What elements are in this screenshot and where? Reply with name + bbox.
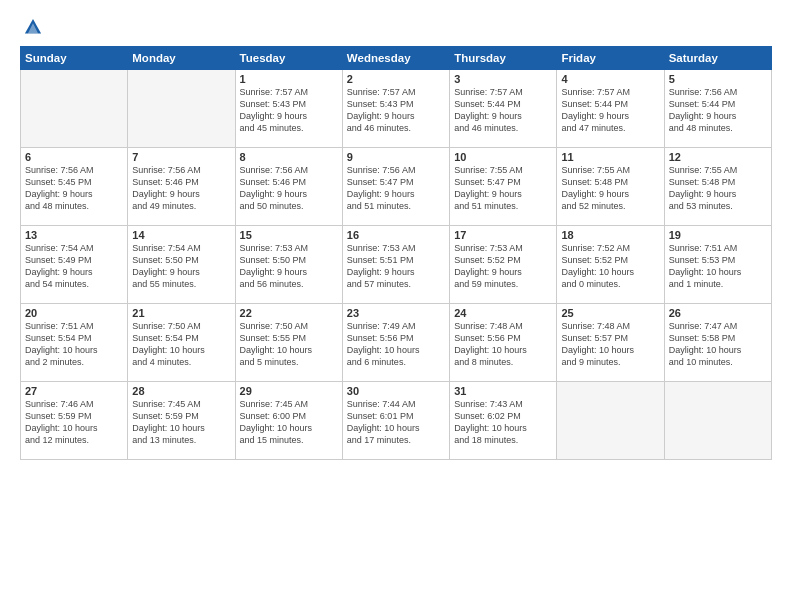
calendar-cell: 22Sunrise: 7:50 AM Sunset: 5:55 PM Dayli… — [235, 304, 342, 382]
header — [20, 16, 772, 38]
day-info: Sunrise: 7:47 AM Sunset: 5:58 PM Dayligh… — [669, 320, 767, 369]
calendar-week-row: 13Sunrise: 7:54 AM Sunset: 5:49 PM Dayli… — [21, 226, 772, 304]
day-info: Sunrise: 7:55 AM Sunset: 5:47 PM Dayligh… — [454, 164, 552, 213]
day-info: Sunrise: 7:55 AM Sunset: 5:48 PM Dayligh… — [669, 164, 767, 213]
day-info: Sunrise: 7:53 AM Sunset: 5:52 PM Dayligh… — [454, 242, 552, 291]
calendar-cell: 10Sunrise: 7:55 AM Sunset: 5:47 PM Dayli… — [450, 148, 557, 226]
day-info: Sunrise: 7:56 AM Sunset: 5:45 PM Dayligh… — [25, 164, 123, 213]
day-number: 19 — [669, 229, 767, 241]
day-info: Sunrise: 7:55 AM Sunset: 5:48 PM Dayligh… — [561, 164, 659, 213]
calendar-cell: 29Sunrise: 7:45 AM Sunset: 6:00 PM Dayli… — [235, 382, 342, 460]
calendar-cell: 23Sunrise: 7:49 AM Sunset: 5:56 PM Dayli… — [342, 304, 449, 382]
calendar-cell: 11Sunrise: 7:55 AM Sunset: 5:48 PM Dayli… — [557, 148, 664, 226]
day-number: 25 — [561, 307, 659, 319]
calendar-cell: 7Sunrise: 7:56 AM Sunset: 5:46 PM Daylig… — [128, 148, 235, 226]
calendar-cell: 28Sunrise: 7:45 AM Sunset: 5:59 PM Dayli… — [128, 382, 235, 460]
day-info: Sunrise: 7:46 AM Sunset: 5:59 PM Dayligh… — [25, 398, 123, 447]
day-number: 27 — [25, 385, 123, 397]
day-header-thursday: Thursday — [450, 47, 557, 70]
day-info: Sunrise: 7:57 AM Sunset: 5:44 PM Dayligh… — [561, 86, 659, 135]
day-info: Sunrise: 7:57 AM Sunset: 5:44 PM Dayligh… — [454, 86, 552, 135]
calendar-cell: 16Sunrise: 7:53 AM Sunset: 5:51 PM Dayli… — [342, 226, 449, 304]
day-header-wednesday: Wednesday — [342, 47, 449, 70]
calendar-cell: 6Sunrise: 7:56 AM Sunset: 5:45 PM Daylig… — [21, 148, 128, 226]
day-number: 31 — [454, 385, 552, 397]
calendar-cell: 17Sunrise: 7:53 AM Sunset: 5:52 PM Dayli… — [450, 226, 557, 304]
day-info: Sunrise: 7:56 AM Sunset: 5:47 PM Dayligh… — [347, 164, 445, 213]
day-header-friday: Friday — [557, 47, 664, 70]
day-info: Sunrise: 7:57 AM Sunset: 5:43 PM Dayligh… — [240, 86, 338, 135]
day-number: 1 — [240, 73, 338, 85]
day-info: Sunrise: 7:51 AM Sunset: 5:54 PM Dayligh… — [25, 320, 123, 369]
day-number: 6 — [25, 151, 123, 163]
calendar-cell — [557, 382, 664, 460]
day-number: 15 — [240, 229, 338, 241]
calendar-cell: 4Sunrise: 7:57 AM Sunset: 5:44 PM Daylig… — [557, 70, 664, 148]
day-number: 18 — [561, 229, 659, 241]
calendar-cell: 12Sunrise: 7:55 AM Sunset: 5:48 PM Dayli… — [664, 148, 771, 226]
calendar-cell: 19Sunrise: 7:51 AM Sunset: 5:53 PM Dayli… — [664, 226, 771, 304]
day-number: 17 — [454, 229, 552, 241]
calendar-header-row: SundayMondayTuesdayWednesdayThursdayFrid… — [21, 47, 772, 70]
day-info: Sunrise: 7:56 AM Sunset: 5:44 PM Dayligh… — [669, 86, 767, 135]
day-info: Sunrise: 7:44 AM Sunset: 6:01 PM Dayligh… — [347, 398, 445, 447]
calendar-cell: 31Sunrise: 7:43 AM Sunset: 6:02 PM Dayli… — [450, 382, 557, 460]
day-header-monday: Monday — [128, 47, 235, 70]
day-number: 26 — [669, 307, 767, 319]
calendar-cell — [21, 70, 128, 148]
day-header-tuesday: Tuesday — [235, 47, 342, 70]
calendar-cell — [128, 70, 235, 148]
day-number: 10 — [454, 151, 552, 163]
day-info: Sunrise: 7:51 AM Sunset: 5:53 PM Dayligh… — [669, 242, 767, 291]
calendar-week-row: 1Sunrise: 7:57 AM Sunset: 5:43 PM Daylig… — [21, 70, 772, 148]
calendar-cell: 14Sunrise: 7:54 AM Sunset: 5:50 PM Dayli… — [128, 226, 235, 304]
calendar-cell: 15Sunrise: 7:53 AM Sunset: 5:50 PM Dayli… — [235, 226, 342, 304]
day-number: 7 — [132, 151, 230, 163]
day-number: 23 — [347, 307, 445, 319]
calendar-cell: 27Sunrise: 7:46 AM Sunset: 5:59 PM Dayli… — [21, 382, 128, 460]
day-info: Sunrise: 7:43 AM Sunset: 6:02 PM Dayligh… — [454, 398, 552, 447]
day-number: 20 — [25, 307, 123, 319]
day-number: 3 — [454, 73, 552, 85]
day-number: 29 — [240, 385, 338, 397]
day-info: Sunrise: 7:45 AM Sunset: 5:59 PM Dayligh… — [132, 398, 230, 447]
day-number: 5 — [669, 73, 767, 85]
day-info: Sunrise: 7:57 AM Sunset: 5:43 PM Dayligh… — [347, 86, 445, 135]
calendar-week-row: 27Sunrise: 7:46 AM Sunset: 5:59 PM Dayli… — [21, 382, 772, 460]
day-info: Sunrise: 7:50 AM Sunset: 5:55 PM Dayligh… — [240, 320, 338, 369]
day-number: 11 — [561, 151, 659, 163]
day-info: Sunrise: 7:48 AM Sunset: 5:56 PM Dayligh… — [454, 320, 552, 369]
day-info: Sunrise: 7:48 AM Sunset: 5:57 PM Dayligh… — [561, 320, 659, 369]
calendar-cell: 3Sunrise: 7:57 AM Sunset: 5:44 PM Daylig… — [450, 70, 557, 148]
calendar-cell: 1Sunrise: 7:57 AM Sunset: 5:43 PM Daylig… — [235, 70, 342, 148]
day-number: 4 — [561, 73, 659, 85]
calendar-cell: 2Sunrise: 7:57 AM Sunset: 5:43 PM Daylig… — [342, 70, 449, 148]
day-number: 13 — [25, 229, 123, 241]
day-number: 28 — [132, 385, 230, 397]
day-info: Sunrise: 7:56 AM Sunset: 5:46 PM Dayligh… — [240, 164, 338, 213]
calendar-cell — [664, 382, 771, 460]
calendar-cell: 8Sunrise: 7:56 AM Sunset: 5:46 PM Daylig… — [235, 148, 342, 226]
logo-icon — [22, 16, 44, 38]
day-info: Sunrise: 7:52 AM Sunset: 5:52 PM Dayligh… — [561, 242, 659, 291]
page: SundayMondayTuesdayWednesdayThursdayFrid… — [0, 0, 792, 612]
day-info: Sunrise: 7:53 AM Sunset: 5:50 PM Dayligh… — [240, 242, 338, 291]
day-info: Sunrise: 7:49 AM Sunset: 5:56 PM Dayligh… — [347, 320, 445, 369]
calendar-cell: 13Sunrise: 7:54 AM Sunset: 5:49 PM Dayli… — [21, 226, 128, 304]
calendar-cell: 26Sunrise: 7:47 AM Sunset: 5:58 PM Dayli… — [664, 304, 771, 382]
day-number: 2 — [347, 73, 445, 85]
calendar-cell: 24Sunrise: 7:48 AM Sunset: 5:56 PM Dayli… — [450, 304, 557, 382]
day-info: Sunrise: 7:53 AM Sunset: 5:51 PM Dayligh… — [347, 242, 445, 291]
calendar-cell: 25Sunrise: 7:48 AM Sunset: 5:57 PM Dayli… — [557, 304, 664, 382]
day-number: 12 — [669, 151, 767, 163]
day-number: 9 — [347, 151, 445, 163]
calendar-cell: 21Sunrise: 7:50 AM Sunset: 5:54 PM Dayli… — [128, 304, 235, 382]
day-header-saturday: Saturday — [664, 47, 771, 70]
day-number: 24 — [454, 307, 552, 319]
day-info: Sunrise: 7:50 AM Sunset: 5:54 PM Dayligh… — [132, 320, 230, 369]
day-info: Sunrise: 7:56 AM Sunset: 5:46 PM Dayligh… — [132, 164, 230, 213]
calendar-cell: 9Sunrise: 7:56 AM Sunset: 5:47 PM Daylig… — [342, 148, 449, 226]
calendar-cell: 18Sunrise: 7:52 AM Sunset: 5:52 PM Dayli… — [557, 226, 664, 304]
day-info: Sunrise: 7:45 AM Sunset: 6:00 PM Dayligh… — [240, 398, 338, 447]
calendar-week-row: 6Sunrise: 7:56 AM Sunset: 5:45 PM Daylig… — [21, 148, 772, 226]
